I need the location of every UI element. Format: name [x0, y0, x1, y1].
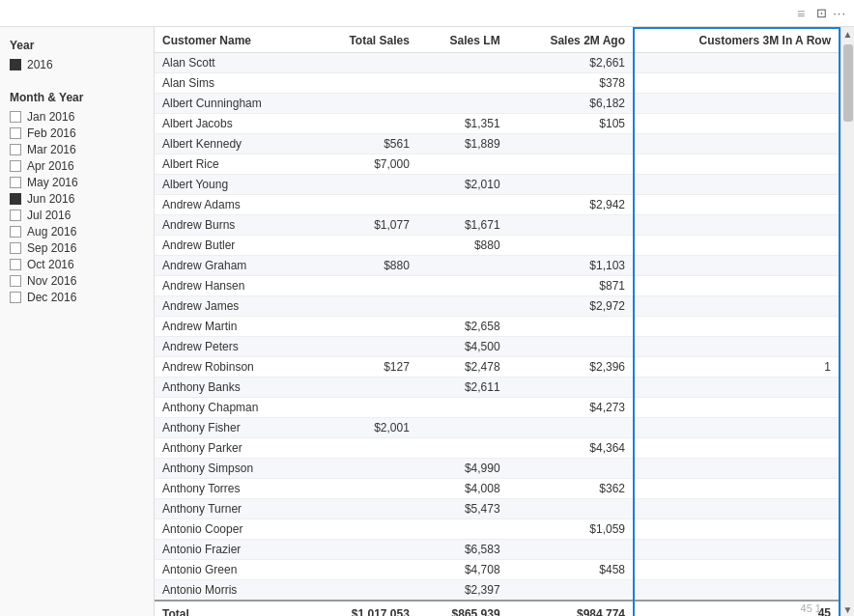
checkbox-feb[interactable] — [10, 127, 21, 139]
footer-total-sales: $1,017,053 — [313, 601, 417, 616]
month-label-sep: Sep 2016 — [27, 241, 76, 255]
table-row: Anthony Parker$4,364 — [155, 438, 840, 459]
table-row: Anthony Torres$4,008$362 — [155, 479, 840, 499]
table-row: Anthony Turner$5,473 — [155, 499, 840, 519]
month-label-jan: Jan 2016 — [27, 110, 74, 124]
month-item-sep[interactable]: Sep 2016 — [10, 241, 144, 255]
table-header-row: Customer Name Total Sales Sales LM Sales… — [155, 28, 840, 53]
month-item-mar[interactable]: Mar 2016 — [10, 143, 144, 156]
scroll-thumb[interactable] — [843, 44, 853, 122]
scroll-up-arrow[interactable]: ▲ — [841, 27, 855, 41]
footer-label: Total — [155, 601, 313, 616]
month-item-apr[interactable]: Apr 2016 — [10, 159, 144, 173]
col-header-name[interactable]: Customer Name — [155, 28, 313, 53]
col-header-sales-2m[interactable]: Sales 2M Ago — [508, 28, 634, 53]
col-header-cust-3m[interactable]: Customers 3M In A Row — [634, 28, 840, 53]
filter-panel: Year 2016 Month & Year Jan 2016 Feb 201 — [0, 27, 155, 616]
checkbox-aug[interactable] — [10, 226, 21, 238]
month-year-section: Month & Year Jan 2016 Feb 2016 Mar 2016 — [10, 91, 144, 304]
month-filter-list: Jan 2016 Feb 2016 Mar 2016 Apr 2016 — [10, 110, 144, 304]
table-row: Antonio Morris$2,397 — [155, 580, 840, 602]
month-label-may: May 2016 — [27, 176, 78, 189]
table-row: Albert Jacobs$1,351$105 — [155, 114, 840, 134]
table-scroll[interactable]: Customer Name Total Sales Sales LM Sales… — [155, 27, 840, 616]
checkbox-sep[interactable] — [10, 242, 21, 254]
month-label-nov: Nov 2016 — [27, 274, 76, 288]
main-container: ≡ ⊡ ··· Year 2016 Month & Year Jan 2 — [0, 0, 854, 616]
checkbox-jun[interactable] — [10, 193, 21, 205]
checkbox-apr[interactable] — [10, 160, 21, 172]
checkbox-jan[interactable] — [10, 111, 21, 123]
month-item-aug[interactable]: Aug 2016 — [10, 225, 144, 238]
table-row: Anthony Fisher$2,001 — [155, 418, 840, 438]
month-label-oct: Oct 2016 — [27, 258, 74, 271]
month-label-jul: Jul 2016 — [27, 209, 71, 222]
year-item-2016[interactable]: 2016 — [10, 58, 144, 71]
table-row: Anthony Banks$2,611 — [155, 378, 840, 398]
month-label-feb: Feb 2016 — [27, 126, 76, 140]
data-table: Customer Name Total Sales Sales LM Sales… — [155, 27, 840, 616]
more-icon[interactable]: ··· — [833, 6, 846, 20]
top-bar: ≡ ⊡ ··· — [0, 0, 854, 27]
table-row: Andrew James$2,972 — [155, 296, 840, 317]
col-header-sales-lm[interactable]: Sales LM — [417, 28, 508, 53]
month-label-jun: Jun 2016 — [27, 192, 74, 206]
month-year-filter-title: Month & Year — [10, 91, 144, 104]
table-row: Andrew Graham$880$1,103 — [155, 256, 840, 276]
bottom-hint: 45 1 — [801, 602, 821, 614]
table-row: Antonio Cooper$1,059 — [155, 519, 840, 540]
table-row: Andrew Robinson$127$2,478$2,3961 — [155, 357, 840, 378]
checkbox-may[interactable] — [10, 177, 21, 188]
month-item-jan[interactable]: Jan 2016 — [10, 110, 144, 124]
table-row: Andrew Martin$2,658 — [155, 317, 840, 337]
checkbox-mar[interactable] — [10, 144, 21, 155]
table-row: Albert Cunningham$6,182 — [155, 94, 840, 114]
drag-handle[interactable]: ≡ — [793, 2, 809, 25]
table-row: Albert Young$2,010 — [155, 175, 840, 195]
month-item-may[interactable]: May 2016 — [10, 176, 144, 189]
drag-icon: ≡ — [797, 6, 805, 21]
table-row: Antonio Frazier$6,583 — [155, 540, 840, 560]
table-row: Anthony Chapman$4,273 — [155, 398, 840, 418]
table-area: Customer Name Total Sales Sales LM Sales… — [155, 27, 840, 616]
footer-sales-lm: $865,939 — [417, 601, 508, 616]
table-row: Andrew Adams$2,942 — [155, 195, 840, 215]
right-scrollbar[interactable]: ▲ ▼ — [840, 27, 854, 616]
table-row: Alan Scott$2,661 — [155, 53, 840, 73]
table-body: Alan Scott$2,661Alan Sims$378Albert Cunn… — [155, 53, 840, 602]
table-footer-row: Total $1,017,053 $865,939 $984,774 45 — [155, 601, 840, 616]
table-row: Andrew Peters$4,500 — [155, 337, 840, 357]
checkbox-jul[interactable] — [10, 210, 21, 221]
checkbox-dec[interactable] — [10, 292, 21, 303]
year-filter-title: Year — [10, 39, 144, 52]
month-item-jun[interactable]: Jun 2016 — [10, 192, 144, 206]
month-label-mar: Mar 2016 — [27, 143, 76, 156]
main-area: Year 2016 Month & Year Jan 2016 Feb 201 — [0, 27, 854, 616]
col-header-total-sales[interactable]: Total Sales — [313, 28, 417, 53]
top-bar-icons: ⊡ ··· — [816, 6, 846, 20]
checkbox-nov[interactable] — [10, 275, 21, 287]
checkbox-oct[interactable] — [10, 259, 21, 270]
table-row: Andrew Hansen$871 — [155, 276, 840, 296]
month-label-aug: Aug 2016 — [27, 225, 76, 238]
table-row: Albert Rice$7,000 — [155, 154, 840, 175]
year-label-2016: 2016 — [27, 58, 53, 71]
month-label-dec: Dec 2016 — [27, 291, 76, 304]
month-item-jul[interactable]: Jul 2016 — [10, 209, 144, 222]
month-item-feb[interactable]: Feb 2016 — [10, 126, 144, 140]
month-item-dec[interactable]: Dec 2016 — [10, 291, 144, 304]
month-item-oct[interactable]: Oct 2016 — [10, 258, 144, 271]
table-row: Antonio Green$4,708$458 — [155, 560, 840, 580]
table-row: Alan Sims$378 — [155, 73, 840, 94]
expand-icon[interactable]: ⊡ — [816, 6, 827, 20]
table-row: Albert Kennedy$561$1,889 — [155, 134, 840, 154]
scroll-down-arrow[interactable]: ▼ — [841, 602, 855, 616]
year-filter-list: 2016 — [10, 58, 144, 71]
table-row: Anthony Simpson$4,990 — [155, 459, 840, 479]
month-label-apr: Apr 2016 — [27, 159, 74, 173]
year-checkbox-2016[interactable] — [10, 59, 21, 70]
table-row: Andrew Butler$880 — [155, 236, 840, 256]
table-row: Andrew Burns$1,077$1,671 — [155, 215, 840, 236]
footer-sales-2m: $984,774 — [508, 601, 634, 616]
month-item-nov[interactable]: Nov 2016 — [10, 274, 144, 288]
